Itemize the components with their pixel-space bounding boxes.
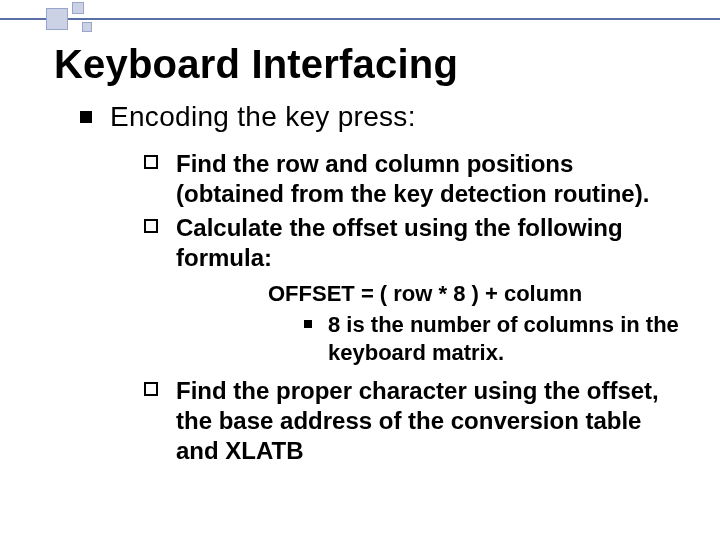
bullet-level-3: 8 is the number of columns in the keyboa… [304, 311, 686, 366]
bullet-level-2: Find the proper character using the offs… [144, 376, 686, 466]
bullet-level-1: Encoding the key press: [80, 101, 686, 133]
bullet-level-2: Calculate the offset using the following… [144, 213, 686, 273]
decorative-square-icon [82, 22, 92, 32]
bullet-text: Find the row and column positions (obtai… [176, 149, 686, 209]
filled-square-bullet-icon [304, 320, 312, 328]
sub-bullet-group: Find the row and column positions (obtai… [144, 149, 686, 466]
hollow-square-bullet-icon [144, 155, 158, 169]
hollow-square-bullet-icon [144, 219, 158, 233]
hollow-square-bullet-icon [144, 382, 158, 396]
bullet-text: Encoding the key press: [110, 101, 416, 133]
bullet-text: 8 is the number of columns in the keyboa… [328, 311, 686, 366]
decorative-square-icon [72, 2, 84, 14]
filled-square-bullet-icon [80, 111, 92, 123]
bullet-text: Find the proper character using the offs… [176, 376, 686, 466]
slide: Keyboard Interfacing Encoding the key pr… [0, 0, 720, 540]
horizontal-rule [0, 18, 720, 20]
bullet-level-2: Find the row and column positions (obtai… [144, 149, 686, 209]
formula-text: OFFSET = ( row * 8 ) + column [268, 281, 686, 307]
decorative-top-bar [0, 0, 720, 36]
bullet-text: Calculate the offset using the following… [176, 213, 686, 273]
decorative-square-icon [46, 8, 68, 30]
slide-title: Keyboard Interfacing [54, 42, 686, 87]
slide-content: Keyboard Interfacing Encoding the key pr… [0, 42, 720, 466]
